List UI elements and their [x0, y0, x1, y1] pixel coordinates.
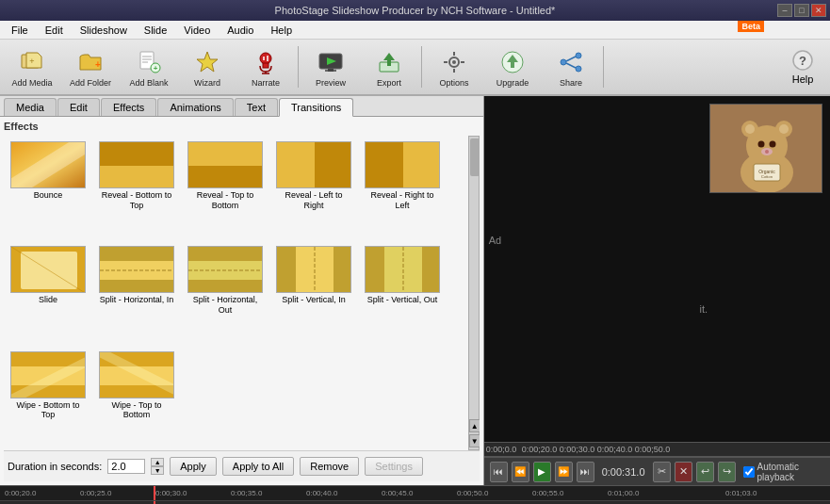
add-media-icon: +: [17, 47, 47, 77]
transition-split-vi[interactable]: Split - Vertical, In: [271, 242, 356, 343]
tab-media[interactable]: Media: [4, 98, 57, 116]
transition-split-vo[interactable]: Split - Vertical, Out: [360, 242, 445, 343]
add-folder-icon: +: [75, 47, 106, 77]
fast-forward-to-end-button[interactable]: ⏭: [577, 462, 594, 482]
svg-marker-51: [403, 142, 440, 188]
minimize-button[interactable]: –: [777, 4, 792, 17]
apply-all-button[interactable]: Apply to All: [222, 457, 294, 476]
scroll-up-arrow[interactable]: ▲: [469, 419, 480, 432]
cut-button[interactable]: ✂: [653, 462, 671, 482]
redo-button[interactable]: ↪: [718, 462, 736, 482]
menu-slide[interactable]: Slide: [137, 23, 174, 38]
transition-wipe-tb[interactable]: Wipe - Top to Bottom: [94, 348, 179, 448]
svg-point-83: [770, 141, 776, 148]
transition-wipe-bt[interactable]: Wipe - Bottom to Top: [6, 348, 90, 448]
preview-icon: [316, 47, 346, 77]
transitions-scrollbar-thumb[interactable]: [470, 138, 480, 176]
transition-reveal-tb[interactable]: Reveal - Top to Bottom: [183, 138, 268, 238]
svg-point-24: [452, 60, 456, 64]
menu-audio[interactable]: Audio: [220, 23, 261, 38]
play-button[interactable]: ▶: [533, 462, 551, 482]
svg-point-33: [576, 66, 581, 72]
step-back-button[interactable]: ⏪: [512, 462, 529, 482]
rewind-to-start-button[interactable]: ⏮: [490, 462, 508, 482]
svg-point-32: [561, 59, 566, 65]
maximize-button[interactable]: □: [794, 4, 809, 17]
tab-text[interactable]: Text: [235, 98, 278, 116]
title-bar: PhotoStage Slideshow Producer by NCH Sof…: [0, 0, 830, 21]
duration-spinner: ▲ ▼: [151, 458, 164, 475]
svg-point-80: [745, 124, 755, 134]
preview-label: Preview: [316, 78, 346, 88]
duration-input[interactable]: [107, 459, 145, 474]
narrate-label: Narrate: [252, 78, 280, 88]
share-button[interactable]: Share: [543, 41, 599, 92]
add-folder-button[interactable]: + Add Folder: [62, 41, 119, 92]
tab-transitions[interactable]: Transitions: [279, 98, 353, 117]
auto-playback-container: Automatic playback: [743, 462, 824, 482]
menu-help[interactable]: Help: [263, 23, 300, 38]
svg-marker-42: [100, 166, 174, 188]
upgrade-button[interactable]: Upgrade: [484, 41, 541, 92]
preview-button[interactable]: Preview: [302, 41, 359, 92]
tl-mark-1: 0:00;20.0: [5, 489, 36, 497]
narrate-button[interactable]: Narrate: [237, 41, 294, 92]
transition-split-hi[interactable]: Split - Horizontal, In: [94, 242, 179, 343]
delete-button[interactable]: ✕: [675, 462, 692, 482]
transition-thumb-reveal-tb: [187, 141, 263, 188]
ruler-mark-2: 0:00;30.0: [560, 445, 595, 454]
add-media-label: Add Media: [11, 78, 52, 88]
transition-slide[interactable]: Slide: [6, 242, 90, 343]
tab-animations[interactable]: Animations: [157, 98, 233, 116]
add-media-button[interactable]: + Add Media: [4, 41, 60, 92]
transition-split-ho[interactable]: Split - Horizontal, Out: [183, 242, 268, 343]
export-button[interactable]: Export: [361, 41, 417, 92]
menu-video[interactable]: Video: [176, 23, 218, 38]
export-icon: [374, 47, 404, 77]
duration-down[interactable]: ▼: [151, 466, 164, 475]
transition-thumb-split-ho: [187, 246, 263, 293]
share-label: Share: [560, 78, 582, 88]
transition-bounce[interactable]: Bounce: [6, 138, 90, 238]
transition-thumb-reveal-bt: [99, 141, 174, 188]
duration-up[interactable]: ▲: [151, 458, 164, 466]
settings-button[interactable]: Settings: [365, 457, 423, 476]
transition-reveal-rl[interactable]: Reveal - Right to Left: [360, 138, 445, 238]
tab-edit[interactable]: Edit: [57, 98, 100, 116]
menu-edit[interactable]: Edit: [38, 23, 71, 38]
apply-button[interactable]: Apply: [170, 457, 217, 476]
transition-reveal-lr[interactable]: Reveal - Left to Right: [271, 138, 356, 238]
ruler-mark-4: 0:00;50.0: [635, 445, 671, 454]
transitions-scrollbar[interactable]: ▲ ▼: [468, 136, 480, 450]
transition-label-bounce: Bounce: [34, 190, 63, 201]
tl-mark-8: 0:00;55.0: [532, 489, 563, 497]
svg-rect-67: [422, 247, 440, 293]
transition-reveal-bt[interactable]: Reveal - Bottom to Top: [94, 138, 179, 238]
options-button[interactable]: Options: [426, 41, 482, 92]
menu-file[interactable]: File: [4, 23, 36, 38]
auto-playback-checkbox[interactable]: [743, 466, 755, 478]
transitions-panel: Effects: [0, 117, 483, 485]
svg-rect-66: [366, 247, 384, 293]
narrate-icon: [251, 47, 281, 77]
window-controls: – □ ✕: [777, 4, 826, 17]
transition-thumb-split-hi: [99, 246, 174, 293]
add-folder-label: Add Folder: [70, 78, 111, 88]
add-blank-button[interactable]: + Add Blank: [121, 41, 177, 92]
undo-button[interactable]: ↩: [696, 462, 714, 482]
help-button[interactable]: ? Help: [779, 41, 826, 92]
transition-label-split-hi: Split - Horizontal, In: [100, 295, 174, 305]
transition-label-reveal-lr: Reveal - Left to Right: [275, 190, 352, 211]
toolbar-separator-1: [298, 46, 299, 88]
remove-button[interactable]: Remove: [300, 457, 359, 476]
app-title: PhotoStage Slideshow Producer by NCH Sof…: [8, 5, 822, 16]
scroll-down-arrow[interactable]: ▼: [469, 434, 480, 447]
step-forward-button[interactable]: ⏩: [555, 462, 573, 482]
menu-slideshow[interactable]: Slideshow: [73, 23, 135, 38]
close-button[interactable]: ✕: [811, 4, 826, 17]
tab-effects[interactable]: Effects: [101, 98, 156, 116]
wizard-button[interactable]: Wizard: [179, 41, 236, 92]
upgrade-label: Upgrade: [496, 78, 529, 88]
tl-mark-4: 0:00;35.0: [231, 489, 262, 497]
add-blank-label: Add Blank: [129, 78, 168, 88]
